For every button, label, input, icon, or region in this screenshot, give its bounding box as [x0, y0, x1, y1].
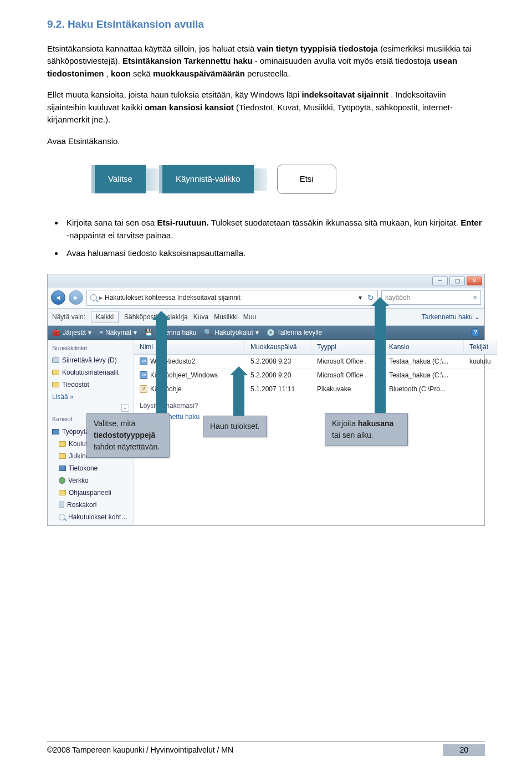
col-modified[interactable]: Muokkauspäivä	[245, 340, 311, 354]
table-row[interactable]: Word-tiedosto2 5.2.2008 9:23 Microsoft O…	[134, 355, 497, 369]
bullet-list: Kirjoita sana tai sen osa Etsi-ruutuun. …	[47, 217, 485, 260]
annotation-searchword: Kirjoita hakusana tai sen alku.	[325, 413, 408, 446]
flow-step-2: Käynnistä-valikko	[159, 165, 254, 193]
filter-row: Näytä vain: Kaikki Sähköposti Asiakirja …	[48, 309, 484, 326]
crumb-separator: ▸	[99, 293, 103, 303]
breadcrumb[interactable]: ▸ Hakutulokset kohteessa Indeksoitavat s…	[86, 290, 378, 306]
flow-separator	[254, 168, 267, 191]
section-heading: 9.2. Haku Etsintäkansion avulla	[47, 17, 485, 33]
filter-music[interactable]: Musiikki	[214, 312, 238, 322]
sidebar-item-removable[interactable]: Siirrettävä levy (D)	[48, 354, 134, 366]
sidebar-item-network[interactable]: Verkko	[48, 474, 134, 487]
text: Työpöytä	[62, 427, 89, 437]
search-icon	[59, 514, 65, 520]
sidebar-item-results[interactable]: Hakutulokset kohteessa Indeksoita	[48, 511, 134, 523]
advanced-search-link[interactable]: Tarkennettu haku ⌄	[422, 312, 480, 322]
text-bold: Etsintäkansion Tarkennettu haku	[122, 56, 253, 65]
cell-name: Word-tiedosto2	[134, 355, 245, 368]
crumb-text: Hakutulokset kohteessa Indeksoitavat sij…	[105, 293, 241, 303]
clear-search-icon[interactable]: ×	[473, 293, 477, 303]
filter-all[interactable]: Kaikki	[91, 311, 119, 323]
chevron-down-icon: ⌄	[474, 312, 480, 322]
text: Tiedostot	[62, 380, 89, 390]
drive-icon	[52, 357, 59, 363]
text: Ohjauspaneeli	[69, 488, 111, 498]
col-type[interactable]: Tyyppi	[311, 340, 383, 354]
cell-type: Pikakuvake	[311, 382, 383, 396]
forward-button[interactable]: ►	[69, 290, 83, 305]
col-name[interactable]: Nimi	[134, 340, 245, 354]
organize-button[interactable]: 🧰 Järjestä ▾	[52, 328, 91, 338]
folder-icon	[52, 382, 59, 387]
sidebar-item-recycle[interactable]: Roskakori	[48, 499, 134, 511]
refine-search-link[interactable]: Tarkennettu haku	[140, 412, 492, 422]
filter-other[interactable]: Muu	[243, 312, 256, 322]
nav-row: ◄ ► ▸ Hakutulokset kohteessa Indeksoitav…	[48, 288, 484, 309]
text: Kirjoita	[332, 419, 358, 428]
not-found-prompt: Löysitkö hakemasi? Tarkennettu haku	[134, 396, 497, 426]
cell-date: 5.2.2008 9:20	[245, 369, 311, 382]
text-bold: vain tietyn tyyppisiä tiedostoja	[257, 44, 378, 53]
results-area: Nimi Muokkauspäivä Tyyppi Kansio Tekijät…	[134, 340, 497, 525]
text: Kirjoita sana tai sen osa	[66, 218, 157, 227]
desktop-icon	[52, 429, 59, 434]
table-row[interactable]: Käyttöohje 5.1.2007 11:11 Pikakuvake Blu…	[134, 382, 497, 396]
col-author[interactable]: Tekijät	[464, 340, 497, 354]
filter-label: Näytä vain:	[52, 312, 85, 322]
text-bold: indeksoitavat sijainnit	[301, 90, 388, 99]
flow-diagram: Valitse Käynnistä-valikko Etsi	[91, 164, 485, 195]
text: Tulokset suodatetaan tässäkin ikkunassa …	[211, 218, 461, 227]
crumb-dropdown-icon[interactable]: ▾	[359, 293, 362, 303]
text: perusteella.	[247, 69, 290, 78]
text-bold: muokkauspäivämäärän	[153, 69, 245, 78]
annotation-results: Haun tulokset.	[203, 416, 267, 437]
text: Löysitkö hakemasi?	[140, 402, 198, 410]
folder-icon	[59, 453, 66, 459]
minimize-button[interactable]: ─	[432, 277, 448, 285]
filter-image[interactable]: Kuva	[193, 312, 208, 322]
text: Valitse, mitä	[94, 419, 135, 428]
text-bold: Etsi-ruutuun.	[157, 218, 208, 227]
burn-button[interactable]: 💿 Tallenna levylle	[267, 328, 322, 338]
flow-step-3: Etsi	[277, 165, 336, 194]
text: - ominaisuuden avulla voit myös etsiä ti…	[255, 56, 433, 65]
save-search-button[interactable]: 💾 Tallenna haku	[145, 328, 196, 338]
cell-date: 5.1.2007 11:11	[245, 382, 311, 396]
sidebar-collapse-button[interactable]: ⌄	[121, 404, 129, 412]
views-button[interactable]: ≡ Näkymät ▾	[99, 328, 137, 338]
text-bold: Enter	[461, 218, 482, 227]
sidebar-item-materials[interactable]: Koulutusmateriaalit	[48, 366, 134, 379]
text: Verkko	[68, 475, 89, 485]
paragraph-1: Etsintäkansiota kannattaa käyttää silloi…	[47, 43, 485, 80]
text: Roskakori	[67, 500, 96, 510]
close-button[interactable]: ✕	[467, 277, 482, 285]
text: Näkymät	[105, 328, 131, 338]
col-folder[interactable]: Kansio	[383, 340, 464, 354]
sidebar-item-documents[interactable]: Tiedostot	[48, 379, 134, 391]
annotation-arrow	[156, 319, 167, 413]
text: Tarkennettu haku	[422, 312, 473, 322]
cell-author	[464, 369, 497, 382]
paragraph-3: Avaa Etsintäkansio.	[47, 135, 485, 148]
cell-name: Käyttöohjeet_Windows	[134, 369, 245, 382]
computer-icon	[59, 466, 66, 471]
sidebar-item-control[interactable]: Ohjauspaneeli	[48, 487, 134, 499]
help-button[interactable]: ?	[471, 328, 480, 337]
sidebar-favorites-header: Suosikkilinkit	[48, 342, 134, 355]
table-row[interactable]: Käyttöohjeet_Windows 5.2.2008 9:20 Micro…	[134, 369, 497, 382]
window-titlebar: ─ ▢ ✕	[48, 274, 484, 288]
text-bold: hakusana	[358, 419, 394, 428]
text: Koulutusmateriaalit	[62, 367, 119, 377]
search-input[interactable]: käyttöoh ×	[381, 290, 481, 305]
cell-folder: Bluetooth (C:\Pro...	[383, 382, 464, 396]
search-tools-button[interactable]: 🔍 Hakutyökalut ▾	[204, 328, 258, 338]
sidebar-more-link[interactable]: Lisää »	[48, 391, 134, 403]
cell-folder: Testaa_hakua (C:\...	[383, 369, 464, 382]
text-bold: koon	[111, 69, 131, 78]
back-button[interactable]: ◄	[51, 290, 65, 305]
sidebar-item-computer[interactable]: Tietokone	[48, 462, 134, 474]
annotation-arrow	[375, 305, 386, 413]
paragraph-2: Ellet muuta kansioita, joista haun tulok…	[47, 89, 485, 126]
recycle-bin-icon	[59, 502, 64, 508]
maximize-button[interactable]: ▢	[449, 277, 465, 285]
